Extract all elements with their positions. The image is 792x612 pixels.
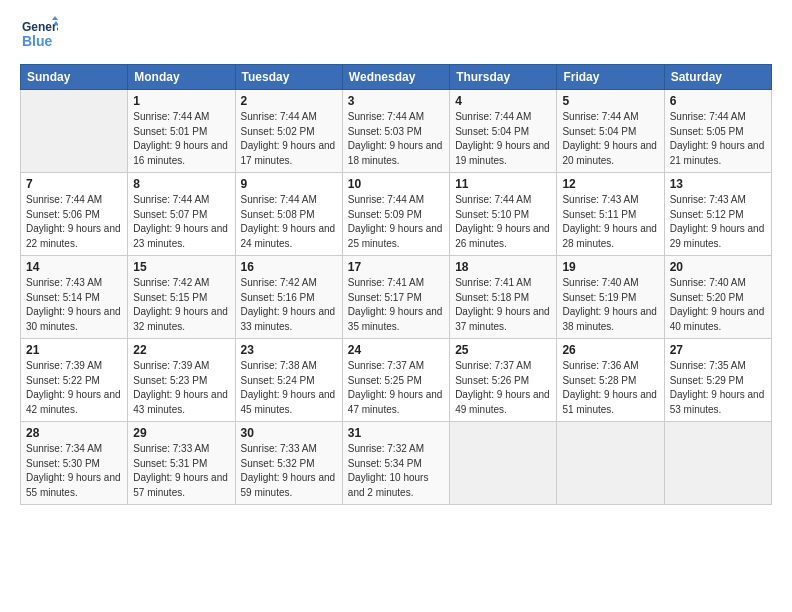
day-number: 10 bbox=[348, 177, 444, 191]
day-info: Sunrise: 7:39 AMSunset: 5:22 PMDaylight:… bbox=[26, 359, 122, 417]
calendar-cell: 11Sunrise: 7:44 AMSunset: 5:10 PMDayligh… bbox=[450, 173, 557, 256]
header: General Blue bbox=[20, 16, 772, 54]
calendar-week-0: 1Sunrise: 7:44 AMSunset: 5:01 PMDaylight… bbox=[21, 90, 772, 173]
day-number: 31 bbox=[348, 426, 444, 440]
day-info: Sunrise: 7:42 AMSunset: 5:16 PMDaylight:… bbox=[241, 276, 337, 334]
svg-text:General: General bbox=[22, 20, 58, 34]
day-number: 8 bbox=[133, 177, 229, 191]
weekday-header-wednesday: Wednesday bbox=[342, 65, 449, 90]
day-number: 22 bbox=[133, 343, 229, 357]
day-info: Sunrise: 7:43 AMSunset: 5:11 PMDaylight:… bbox=[562, 193, 658, 251]
day-number: 12 bbox=[562, 177, 658, 191]
day-info: Sunrise: 7:33 AMSunset: 5:32 PMDaylight:… bbox=[241, 442, 337, 500]
day-number: 21 bbox=[26, 343, 122, 357]
day-info: Sunrise: 7:40 AMSunset: 5:19 PMDaylight:… bbox=[562, 276, 658, 334]
day-number: 16 bbox=[241, 260, 337, 274]
day-number: 19 bbox=[562, 260, 658, 274]
day-number: 17 bbox=[348, 260, 444, 274]
calendar-cell: 13Sunrise: 7:43 AMSunset: 5:12 PMDayligh… bbox=[664, 173, 771, 256]
calendar-cell: 31Sunrise: 7:32 AMSunset: 5:34 PMDayligh… bbox=[342, 422, 449, 505]
day-number: 15 bbox=[133, 260, 229, 274]
calendar-cell bbox=[557, 422, 664, 505]
day-number: 24 bbox=[348, 343, 444, 357]
calendar-cell: 23Sunrise: 7:38 AMSunset: 5:24 PMDayligh… bbox=[235, 339, 342, 422]
day-info: Sunrise: 7:44 AMSunset: 5:09 PMDaylight:… bbox=[348, 193, 444, 251]
weekday-header-thursday: Thursday bbox=[450, 65, 557, 90]
day-info: Sunrise: 7:43 AMSunset: 5:12 PMDaylight:… bbox=[670, 193, 766, 251]
weekday-header-saturday: Saturday bbox=[664, 65, 771, 90]
calendar-week-4: 28Sunrise: 7:34 AMSunset: 5:30 PMDayligh… bbox=[21, 422, 772, 505]
calendar-cell: 9Sunrise: 7:44 AMSunset: 5:08 PMDaylight… bbox=[235, 173, 342, 256]
day-number: 13 bbox=[670, 177, 766, 191]
day-info: Sunrise: 7:43 AMSunset: 5:14 PMDaylight:… bbox=[26, 276, 122, 334]
svg-text:Blue: Blue bbox=[22, 33, 53, 49]
calendar-body: 1Sunrise: 7:44 AMSunset: 5:01 PMDaylight… bbox=[21, 90, 772, 505]
day-number: 26 bbox=[562, 343, 658, 357]
day-info: Sunrise: 7:44 AMSunset: 5:03 PMDaylight:… bbox=[348, 110, 444, 168]
day-info: Sunrise: 7:44 AMSunset: 5:01 PMDaylight:… bbox=[133, 110, 229, 168]
calendar-cell: 18Sunrise: 7:41 AMSunset: 5:18 PMDayligh… bbox=[450, 256, 557, 339]
day-number: 18 bbox=[455, 260, 551, 274]
calendar-cell: 7Sunrise: 7:44 AMSunset: 5:06 PMDaylight… bbox=[21, 173, 128, 256]
calendar-week-2: 14Sunrise: 7:43 AMSunset: 5:14 PMDayligh… bbox=[21, 256, 772, 339]
weekday-header-monday: Monday bbox=[128, 65, 235, 90]
calendar-cell: 28Sunrise: 7:34 AMSunset: 5:30 PMDayligh… bbox=[21, 422, 128, 505]
calendar-week-1: 7Sunrise: 7:44 AMSunset: 5:06 PMDaylight… bbox=[21, 173, 772, 256]
calendar-cell: 26Sunrise: 7:36 AMSunset: 5:28 PMDayligh… bbox=[557, 339, 664, 422]
day-number: 5 bbox=[562, 94, 658, 108]
day-info: Sunrise: 7:35 AMSunset: 5:29 PMDaylight:… bbox=[670, 359, 766, 417]
day-number: 23 bbox=[241, 343, 337, 357]
calendar-cell bbox=[450, 422, 557, 505]
day-number: 29 bbox=[133, 426, 229, 440]
day-info: Sunrise: 7:38 AMSunset: 5:24 PMDaylight:… bbox=[241, 359, 337, 417]
weekday-header-tuesday: Tuesday bbox=[235, 65, 342, 90]
day-info: Sunrise: 7:44 AMSunset: 5:07 PMDaylight:… bbox=[133, 193, 229, 251]
calendar-cell: 30Sunrise: 7:33 AMSunset: 5:32 PMDayligh… bbox=[235, 422, 342, 505]
day-number: 14 bbox=[26, 260, 122, 274]
day-number: 11 bbox=[455, 177, 551, 191]
calendar-cell: 4Sunrise: 7:44 AMSunset: 5:04 PMDaylight… bbox=[450, 90, 557, 173]
day-number: 27 bbox=[670, 343, 766, 357]
day-info: Sunrise: 7:44 AMSunset: 5:08 PMDaylight:… bbox=[241, 193, 337, 251]
day-number: 7 bbox=[26, 177, 122, 191]
day-number: 9 bbox=[241, 177, 337, 191]
calendar-cell: 22Sunrise: 7:39 AMSunset: 5:23 PMDayligh… bbox=[128, 339, 235, 422]
calendar-cell bbox=[664, 422, 771, 505]
day-number: 30 bbox=[241, 426, 337, 440]
weekday-header-row: SundayMondayTuesdayWednesdayThursdayFrid… bbox=[21, 65, 772, 90]
day-info: Sunrise: 7:42 AMSunset: 5:15 PMDaylight:… bbox=[133, 276, 229, 334]
day-info: Sunrise: 7:37 AMSunset: 5:26 PMDaylight:… bbox=[455, 359, 551, 417]
calendar-cell: 17Sunrise: 7:41 AMSunset: 5:17 PMDayligh… bbox=[342, 256, 449, 339]
calendar-cell: 24Sunrise: 7:37 AMSunset: 5:25 PMDayligh… bbox=[342, 339, 449, 422]
logo-graphic: General Blue bbox=[20, 16, 58, 54]
weekday-header-friday: Friday bbox=[557, 65, 664, 90]
day-info: Sunrise: 7:37 AMSunset: 5:25 PMDaylight:… bbox=[348, 359, 444, 417]
day-info: Sunrise: 7:44 AMSunset: 5:04 PMDaylight:… bbox=[562, 110, 658, 168]
calendar-cell: 15Sunrise: 7:42 AMSunset: 5:15 PMDayligh… bbox=[128, 256, 235, 339]
calendar-cell: 25Sunrise: 7:37 AMSunset: 5:26 PMDayligh… bbox=[450, 339, 557, 422]
calendar-cell: 6Sunrise: 7:44 AMSunset: 5:05 PMDaylight… bbox=[664, 90, 771, 173]
calendar-cell: 29Sunrise: 7:33 AMSunset: 5:31 PMDayligh… bbox=[128, 422, 235, 505]
weekday-header-sunday: Sunday bbox=[21, 65, 128, 90]
calendar-cell: 16Sunrise: 7:42 AMSunset: 5:16 PMDayligh… bbox=[235, 256, 342, 339]
day-info: Sunrise: 7:44 AMSunset: 5:05 PMDaylight:… bbox=[670, 110, 766, 168]
day-info: Sunrise: 7:41 AMSunset: 5:18 PMDaylight:… bbox=[455, 276, 551, 334]
calendar-cell: 10Sunrise: 7:44 AMSunset: 5:09 PMDayligh… bbox=[342, 173, 449, 256]
day-number: 2 bbox=[241, 94, 337, 108]
day-info: Sunrise: 7:33 AMSunset: 5:31 PMDaylight:… bbox=[133, 442, 229, 500]
svg-marker-3 bbox=[52, 16, 58, 20]
calendar-cell: 12Sunrise: 7:43 AMSunset: 5:11 PMDayligh… bbox=[557, 173, 664, 256]
calendar-cell: 27Sunrise: 7:35 AMSunset: 5:29 PMDayligh… bbox=[664, 339, 771, 422]
day-number: 20 bbox=[670, 260, 766, 274]
calendar-cell: 1Sunrise: 7:44 AMSunset: 5:01 PMDaylight… bbox=[128, 90, 235, 173]
calendar-cell: 2Sunrise: 7:44 AMSunset: 5:02 PMDaylight… bbox=[235, 90, 342, 173]
calendar-cell: 14Sunrise: 7:43 AMSunset: 5:14 PMDayligh… bbox=[21, 256, 128, 339]
logo: General Blue bbox=[20, 16, 58, 54]
day-info: Sunrise: 7:44 AMSunset: 5:04 PMDaylight:… bbox=[455, 110, 551, 168]
day-info: Sunrise: 7:36 AMSunset: 5:28 PMDaylight:… bbox=[562, 359, 658, 417]
day-number: 1 bbox=[133, 94, 229, 108]
calendar-cell: 8Sunrise: 7:44 AMSunset: 5:07 PMDaylight… bbox=[128, 173, 235, 256]
calendar-cell: 5Sunrise: 7:44 AMSunset: 5:04 PMDaylight… bbox=[557, 90, 664, 173]
day-info: Sunrise: 7:44 AMSunset: 5:02 PMDaylight:… bbox=[241, 110, 337, 168]
day-info: Sunrise: 7:34 AMSunset: 5:30 PMDaylight:… bbox=[26, 442, 122, 500]
